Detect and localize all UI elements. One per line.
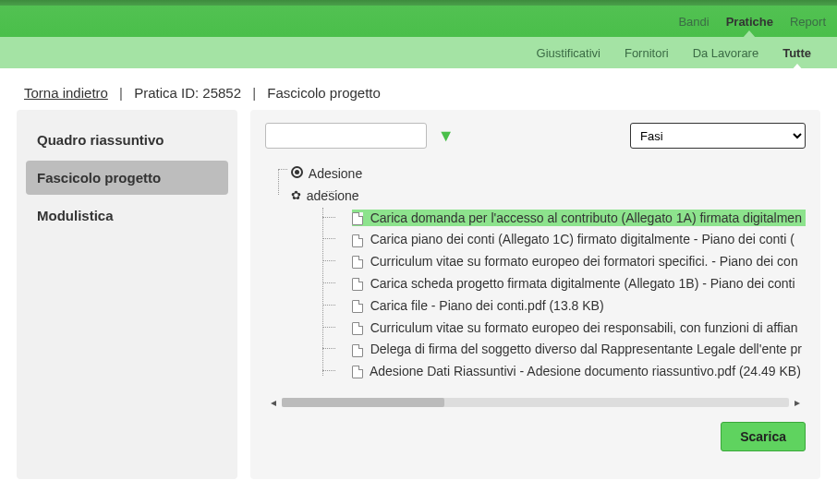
- gear-icon: ✿: [291, 186, 301, 206]
- list-item: Carica scheda progetto firmata digitalme…: [332, 273, 806, 295]
- scroll-right-icon[interactable]: ▸: [789, 396, 806, 409]
- sidebar: Quadro riassuntivo Fascicolo progetto Mo…: [17, 110, 237, 479]
- file-icon: [352, 300, 363, 313]
- document-row[interactable]: Carica scheda progetto firmata digitalme…: [352, 275, 799, 292]
- file-icon: [352, 322, 363, 335]
- list-item: Delega di firma del soggetto diverso dal…: [332, 339, 806, 361]
- primary-nav: Bandi Pratiche Report: [0, 6, 837, 37]
- document-label: Adesione Dati Riassuntivi - Adesione doc…: [370, 364, 801, 378]
- nav1-item-pratiche[interactable]: Pratiche: [726, 15, 773, 29]
- tree-root-node[interactable]: Adesione: [291, 163, 806, 186]
- filters-row: ▼ Fasi: [265, 123, 806, 149]
- list-item: Adesione Dati Riassuntivi - Adesione doc…: [332, 361, 806, 383]
- nav2-item-tutte[interactable]: Tutte: [782, 46, 811, 60]
- filter-icon[interactable]: ▼: [438, 127, 455, 144]
- document-tree: Adesione ✿ adesione Carica domanda per l: [265, 163, 806, 383]
- list-item: Carica domanda per l'accesso al contribu…: [332, 208, 806, 230]
- main-panel: ▼ Fasi Adesione ✿ adesione: [250, 110, 820, 479]
- file-icon: [352, 366, 363, 378]
- nav1-item-bandi[interactable]: Bandi: [678, 15, 709, 29]
- breadcrumb-back-link[interactable]: Torna indietro: [24, 85, 108, 101]
- nav2-item-dalavorare[interactable]: Da Lavorare: [693, 46, 759, 60]
- scroll-thumb[interactable]: [282, 398, 444, 407]
- sidebar-item-quadro[interactable]: Quadro riassuntivo: [26, 123, 228, 157]
- file-icon: [352, 256, 363, 269]
- nav1-item-report[interactable]: Report: [790, 15, 826, 29]
- content-area: Quadro riassuntivo Fascicolo progetto Mo…: [0, 110, 837, 498]
- file-icon: [352, 234, 363, 247]
- horizontal-scrollbar[interactable]: ◂ ▸: [265, 396, 806, 409]
- document-label: Carica file - Piano dei conti.pdf (13.8 …: [370, 298, 604, 313]
- list-item: Carica file - Piano dei conti.pdf (13.8 …: [332, 295, 806, 318]
- scroll-track[interactable]: [282, 398, 789, 407]
- document-label: Carica scheda progetto firmata digitalme…: [370, 276, 795, 291]
- scroll-left-icon[interactable]: ◂: [265, 396, 282, 409]
- file-icon: [352, 212, 363, 225]
- tree-root-label: Adesione: [309, 163, 362, 186]
- breadcrumb: Torna indietro | Pratica ID: 25852 | Fas…: [0, 68, 837, 110]
- phase-select[interactable]: Fasi: [630, 123, 806, 149]
- document-list: Carica domanda per l'accesso al contribu…: [291, 208, 806, 383]
- document-row[interactable]: Carica piano dei conti (Allegato 1C) fir…: [352, 231, 798, 247]
- list-item: Carica piano dei conti (Allegato 1C) fir…: [332, 229, 806, 251]
- document-label: Curriculum vitae su formato europeo dei …: [370, 254, 798, 269]
- secondary-nav: Giustificativi Fornitori Da Lavorare Tut…: [0, 37, 837, 68]
- search-input[interactable]: [265, 123, 427, 149]
- document-label: Carica piano dei conti (Allegato 1C) fir…: [370, 232, 795, 246]
- document-row[interactable]: Carica file - Piano dei conti.pdf (13.8 …: [352, 297, 608, 314]
- breadcrumb-pratica-id: Pratica ID: 25852: [134, 85, 241, 101]
- nav2-item-fornitori[interactable]: Fornitori: [625, 46, 669, 60]
- breadcrumb-section: Fascicolo progetto: [267, 85, 381, 101]
- document-row[interactable]: Curriculum vitae su formato europeo dei …: [352, 319, 802, 336]
- tree-sub: ✿ adesione Carica domanda per l'accesso …: [291, 186, 806, 383]
- tree-scroll[interactable]: Adesione ✿ adesione Carica domanda per l: [265, 163, 806, 383]
- tree-root: Adesione ✿ adesione Carica domanda per l: [265, 163, 806, 383]
- download-button[interactable]: Scarica: [721, 422, 806, 451]
- tree-sub-label: adesione: [307, 186, 359, 208]
- document-row[interactable]: Adesione Dati Riassuntivi - Adesione doc…: [352, 363, 805, 379]
- list-item: Curriculum vitae su formato europeo dei …: [332, 318, 806, 340]
- document-row[interactable]: Carica domanda per l'accesso al contribu…: [352, 210, 806, 226]
- breadcrumb-sep: |: [252, 85, 256, 101]
- file-icon: [352, 344, 363, 357]
- document-row[interactable]: Delega di firma del soggetto diverso dal…: [352, 341, 806, 357]
- document-row[interactable]: Curriculum vitae su formato europeo dei …: [352, 253, 802, 270]
- file-icon: [352, 278, 363, 291]
- sidebar-item-modulistica[interactable]: Modulistica: [26, 198, 228, 233]
- radio-selected-icon: [291, 166, 303, 178]
- document-label: Delega di firma del soggetto diverso dal…: [370, 342, 802, 356]
- list-item: Curriculum vitae su formato europeo dei …: [332, 251, 806, 273]
- actions-row: Scarica: [265, 422, 806, 451]
- document-label: Carica domanda per l'accesso al contribu…: [370, 210, 802, 225]
- breadcrumb-sep: |: [119, 85, 123, 101]
- tree-sub-node[interactable]: ✿ adesione: [291, 186, 806, 208]
- document-label: Curriculum vitae su formato europeo dei …: [370, 320, 798, 335]
- nav2-item-giustificativi[interactable]: Giustificativi: [537, 46, 600, 60]
- sidebar-item-fascicolo[interactable]: Fascicolo progetto: [26, 161, 228, 195]
